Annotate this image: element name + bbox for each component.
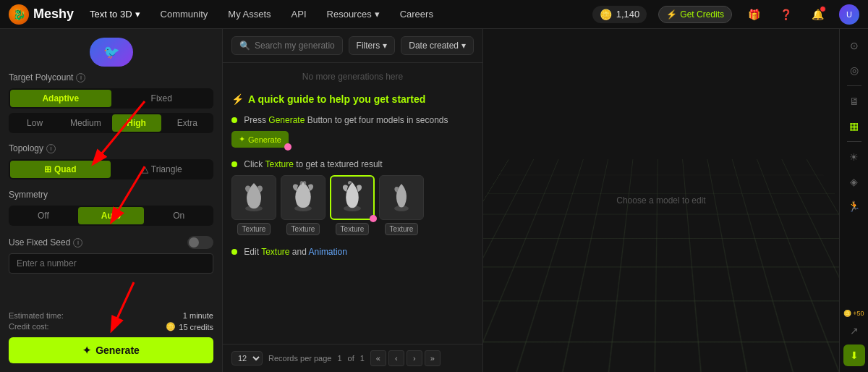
left-panel: 🐦 Target Polycount i Adaptive Fixed Low … [0, 29, 223, 372]
main-content: 🐦 Target Polycount i Adaptive Fixed Low … [0, 29, 868, 372]
sun-icon[interactable]: ☀ [843, 146, 865, 168]
topo-triangle[interactable]: △ Triangle [112, 161, 213, 178]
animation-highlight[interactable]: Animation [309, 247, 347, 257]
adaptive-tab[interactable]: Adaptive [10, 90, 111, 107]
date-chevron-icon: ▾ [461, 41, 466, 51]
model-svg-4 [387, 179, 416, 216]
nav-resources[interactable]: Resources ▾ [323, 6, 384, 22]
date-created-button[interactable]: Date created ▾ [401, 36, 474, 55]
material-icon[interactable]: ◈ [843, 171, 865, 193]
texture-highlight2[interactable]: Texture [261, 247, 289, 257]
credits-value: 1,140 [616, 9, 640, 20]
filters-button[interactable]: Filters ▾ [349, 36, 396, 55]
grid-icon[interactable]: ▦ [843, 115, 865, 137]
animation-icon[interactable]: 🏃 [843, 195, 865, 217]
fixed-tab[interactable]: Fixed [111, 90, 213, 107]
model-thumb-3[interactable] [330, 175, 375, 220]
coin-icon-small: 🪙 [166, 322, 176, 331]
quality-medium[interactable]: Medium [61, 114, 110, 132]
symmetry-group: Off Auto On [9, 206, 213, 226]
texture-button-2[interactable]: Texture [286, 223, 320, 235]
records-per-page-select[interactable]: 12 24 48 [231, 351, 263, 365]
chevron-down-icon: ▾ [135, 9, 140, 20]
nav-api[interactable]: API [287, 6, 311, 22]
estimated-time-label: Estimated time: [9, 311, 64, 320]
panel-footer: Estimated time: 1 minute Credit cost: 🪙 … [9, 311, 213, 363]
mini-generate-button[interactable]: ✦ Generate [231, 131, 289, 148]
sym-on[interactable]: On [145, 207, 212, 224]
next-page-button[interactable]: › [407, 350, 422, 366]
gift-icon[interactable]: 🎁 [744, 4, 764, 25]
seed-input[interactable] [9, 253, 213, 274]
first-page-button[interactable]: « [370, 350, 386, 366]
quality-low[interactable]: Low [10, 114, 59, 132]
sym-off[interactable]: Off [10, 207, 77, 224]
nav-careers[interactable]: Careers [396, 6, 438, 22]
credits-badge: 🪙 +50 [843, 310, 864, 317]
last-page-button[interactable]: » [425, 350, 441, 366]
coin-icon-toolbar: 🪙 [843, 310, 851, 317]
viewport: Choose a model to edit [483, 29, 839, 372]
nav-my-assets[interactable]: My Assets [224, 6, 275, 22]
search-input[interactable] [255, 41, 335, 51]
model-thumb-4[interactable] [379, 175, 424, 220]
topology-group: ⊞ Quad △ Triangle [9, 159, 213, 179]
monitor-icon[interactable]: 🖥 [843, 90, 865, 112]
model-thumb-1[interactable] [231, 175, 276, 220]
quality-high[interactable]: High [112, 114, 161, 132]
seed-info-icon[interactable]: i [73, 238, 82, 248]
quality-extra[interactable]: Extra [163, 114, 212, 132]
coin-icon: 🪙 [600, 9, 612, 20]
generate-button[interactable]: ✦ Generate [9, 337, 213, 363]
nav-community[interactable]: Community [156, 6, 213, 22]
estimated-time-value: 1 minute [183, 311, 213, 320]
polycount-info-icon[interactable]: i [76, 73, 85, 83]
lightning-icon: ⚡ [666, 9, 677, 20]
fixed-seed-toggle[interactable] [187, 236, 213, 249]
texture-button-1[interactable]: Texture [237, 223, 271, 235]
step2-dot [231, 161, 237, 167]
topology-info-icon[interactable]: i [46, 144, 56, 153]
step1-dot [231, 117, 237, 123]
get-credits-button[interactable]: ⚡ Get Credits [658, 6, 732, 23]
pink-dot-1 [284, 143, 292, 151]
choose-model-label: Choose a model to edit [616, 195, 705, 206]
pink-dot-2 [370, 215, 377, 222]
help-icon[interactable]: ❓ [775, 4, 796, 25]
avatar[interactable]: U [839, 4, 859, 25]
guide-step-3: Edit Texture and Animation [231, 247, 474, 257]
share-icon[interactable]: ↗ [843, 320, 865, 342]
topology-section: Topology i ⊞ Quad △ Triangle [9, 143, 213, 179]
download-button[interactable]: ⬇ [843, 344, 865, 366]
fixed-seed-row: Use Fixed Seed i [9, 236, 213, 249]
texture-highlight[interactable]: Texture [265, 159, 293, 169]
orbit-icon[interactable]: ⊙ [843, 35, 865, 56]
nav-text-to-3d[interactable]: Text to 3D ▾ [85, 6, 145, 22]
quality-group: Low Medium High Extra [9, 113, 213, 133]
model-thumb-2[interactable] [281, 175, 326, 220]
fixed-seed-label: Use Fixed Seed i [9, 237, 82, 248]
filter-chevron-icon: ▾ [383, 41, 387, 51]
model-svg-2 [289, 179, 318, 216]
guide-section: ⚡ A quick guide to help you get started … [231, 93, 474, 257]
logo[interactable]: 🐉 Meshy [9, 4, 74, 25]
model-svg-3 [338, 179, 367, 216]
guide-step-1: Press Generate Button to get four models… [231, 115, 474, 148]
middle-footer: 12 24 48 Records per page 1 of 1 « ‹ › » [223, 344, 482, 372]
credit-cost-label: Credit cost: [9, 322, 49, 331]
topo-quad[interactable]: ⊞ Quad [10, 161, 111, 178]
texture-button-4[interactable]: Texture [385, 223, 419, 235]
polycount-section: Target Polycount i Adaptive Fixed Low Me… [9, 72, 213, 133]
generate-highlight[interactable]: Generate [268, 115, 305, 125]
top-navigation: 🐉 Meshy Text to 3D ▾ Community My Assets… [0, 0, 868, 29]
texture-button-3[interactable]: Texture [336, 223, 370, 235]
pan-icon[interactable]: ◎ [843, 59, 865, 81]
estimated-time-row: Estimated time: 1 minute [9, 311, 213, 320]
logo-icon: 🐉 [9, 4, 29, 25]
lightning-guide-icon: ⚡ [231, 93, 244, 105]
credit-cost-value: 🪙 15 credits [166, 322, 213, 331]
notification-icon[interactable]: 🔔 [807, 4, 827, 25]
symmetry-section: Symmetry Off Auto On [9, 190, 213, 226]
sym-auto[interactable]: Auto [78, 207, 145, 224]
prev-page-button[interactable]: ‹ [388, 350, 404, 366]
